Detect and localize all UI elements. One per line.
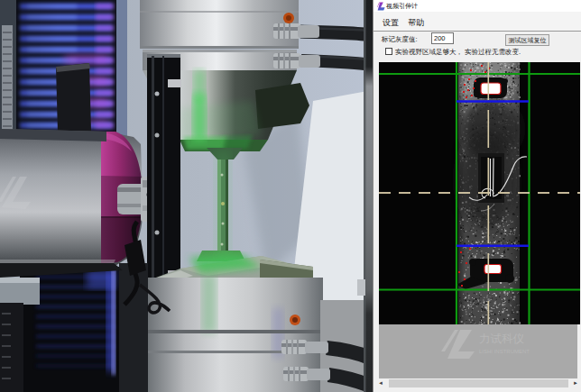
svg-text:LISHI INSTRUMENT: LISHI INSTRUMENT	[479, 349, 530, 354]
svg-text:力试科仪: 力试科仪	[479, 333, 525, 345]
